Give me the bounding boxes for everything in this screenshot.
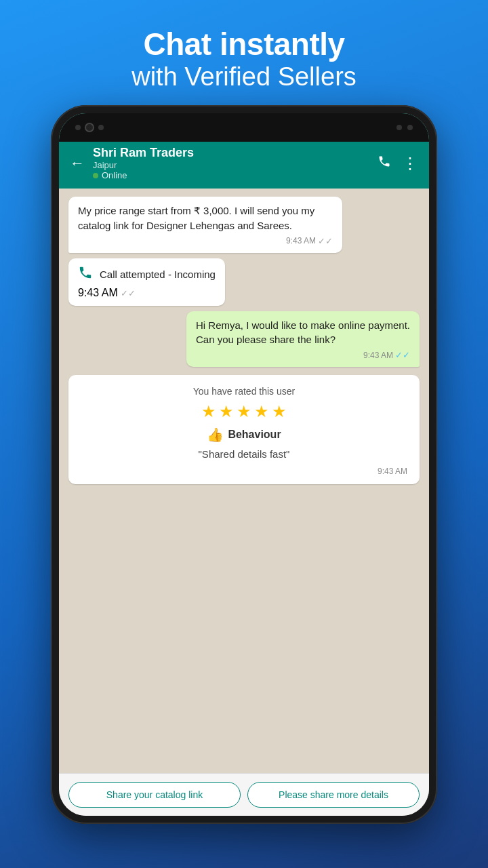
sensor-icon bbox=[407, 125, 413, 130]
review-text: "Shared details fast" bbox=[81, 448, 407, 460]
star-rating: ★ ★ ★ ★ ★ bbox=[81, 402, 407, 421]
contact-name: Shri Ram Traders bbox=[93, 146, 369, 160]
call-time-label: 9:43 AM bbox=[78, 287, 118, 298]
phone-notch bbox=[59, 113, 429, 142]
menu-button[interactable]: ⋮ bbox=[402, 154, 418, 173]
msg-time-label-1: 9:43 AM bbox=[286, 236, 316, 245]
contact-info: Shri Ram Traders Jaipur Online bbox=[93, 146, 369, 180]
share-more-details-button[interactable]: Please share more details bbox=[247, 782, 420, 808]
call-incoming-icon bbox=[78, 265, 93, 284]
notch-dot-2 bbox=[98, 125, 104, 130]
msg-time-label-sent-1: 9:43 AM bbox=[363, 351, 393, 360]
rating-card: You have rated this user ★ ★ ★ ★ ★ 👍 Beh… bbox=[68, 375, 420, 484]
call-time: 9:43 AM ✓✓ bbox=[78, 287, 216, 299]
call-button[interactable] bbox=[378, 155, 391, 172]
contact-location: Jaipur bbox=[93, 160, 369, 170]
phone-frame: ▼ 11:11 ← Shri Ram Traders Jaipur bbox=[51, 105, 437, 824]
call-text: Call attempted - Incoming bbox=[100, 269, 216, 280]
call-tick: ✓✓ bbox=[121, 288, 136, 298]
contact-status: Online bbox=[93, 170, 369, 180]
rating-time: 9:43 AM bbox=[81, 467, 407, 476]
hero-title-line2: with Verified Sellers bbox=[131, 62, 357, 92]
msg-text-1: My price range start from ₹ 3,000. I wil… bbox=[78, 203, 333, 233]
star-2: ★ bbox=[219, 402, 234, 421]
hero-section: Chat instantly with Verified Sellers bbox=[131, 0, 357, 92]
bottom-bar: Share your catalog link Please share mor… bbox=[59, 773, 429, 816]
chat-body: My price range start from ₹ 3,000. I wil… bbox=[59, 189, 429, 773]
phone-screen: ▼ 11:11 ← Shri Ram Traders Jaipur bbox=[59, 113, 429, 816]
star-3: ★ bbox=[237, 402, 251, 421]
rating-title: You have rated this user bbox=[81, 386, 407, 397]
msg-time-sent-1: 9:43 AM ✓✓ bbox=[196, 350, 410, 360]
online-label: Online bbox=[102, 170, 127, 180]
call-row: Call attempted - Incoming bbox=[78, 265, 216, 284]
chat-header: ← Shri Ram Traders Jaipur Online ⋮ bbox=[59, 139, 429, 189]
star-5: ★ bbox=[272, 402, 287, 421]
star-4: ★ bbox=[254, 402, 269, 421]
message-received-1: My price range start from ₹ 3,000. I wil… bbox=[68, 197, 342, 253]
msg-tick-1: ✓✓ bbox=[318, 236, 333, 246]
message-sent-1: Hi Remya, I would like to make online pa… bbox=[186, 311, 420, 368]
online-indicator bbox=[93, 173, 98, 178]
behaviour-label: Behaviour bbox=[228, 429, 281, 441]
front-camera bbox=[85, 123, 94, 132]
behaviour-row: 👍 Behaviour bbox=[81, 427, 407, 443]
back-button[interactable]: ← bbox=[70, 155, 85, 172]
star-1: ★ bbox=[201, 402, 216, 421]
earpiece-icon bbox=[396, 125, 402, 130]
msg-text-sent-1: Hi Remya, I would like to make online pa… bbox=[196, 318, 410, 348]
message-call: Call attempted - Incoming 9:43 AM ✓✓ bbox=[68, 258, 225, 306]
share-catalog-button[interactable]: Share your catalog link bbox=[68, 782, 241, 808]
notch-dot-1 bbox=[75, 125, 81, 130]
thumbsup-icon: 👍 bbox=[207, 427, 224, 443]
hero-title-line1: Chat instantly bbox=[131, 26, 357, 62]
header-actions: ⋮ bbox=[378, 154, 418, 173]
msg-time-1: 9:43 AM ✓✓ bbox=[78, 236, 333, 246]
msg-tick-sent-1: ✓✓ bbox=[395, 350, 410, 360]
